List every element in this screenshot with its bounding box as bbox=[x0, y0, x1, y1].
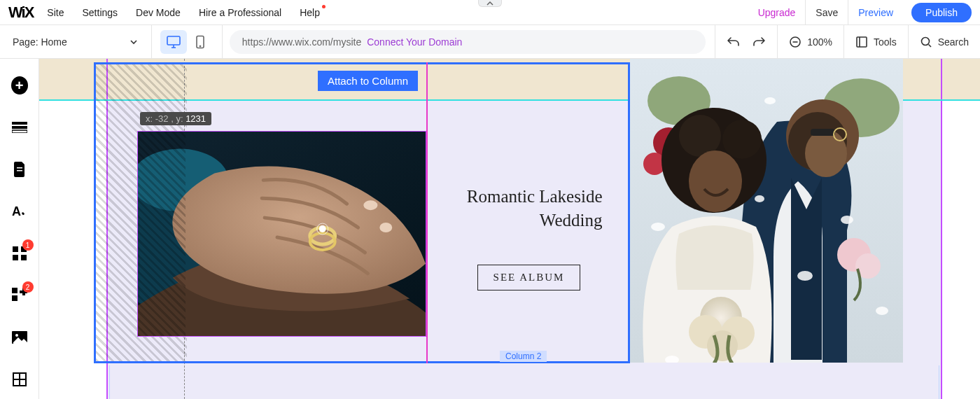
svg-point-53 bbox=[319, 225, 326, 232]
left-tool-rail: + A 1 2 bbox=[0, 59, 39, 399]
plus-icon: + bbox=[11, 76, 28, 94]
menu-site[interactable]: Site bbox=[47, 7, 64, 18]
connect-domain-link[interactable]: Connect Your Domain bbox=[367, 36, 462, 48]
svg-point-2 bbox=[200, 46, 201, 47]
svg-text:A: A bbox=[12, 204, 21, 218]
hero-photo-right[interactable] bbox=[630, 59, 903, 363]
svg-rect-6 bbox=[12, 122, 27, 125]
zoom-control[interactable]: 100% bbox=[777, 25, 844, 59]
chevron-up-icon bbox=[486, 1, 493, 6]
site-url: https://www.wix.com/mysite bbox=[242, 36, 361, 48]
tools-icon bbox=[855, 36, 868, 48]
svg-point-5 bbox=[921, 37, 929, 45]
save-button[interactable]: Save bbox=[805, 0, 848, 25]
menu-help[interactable]: Help bbox=[300, 7, 320, 18]
svg-rect-16 bbox=[12, 288, 18, 293]
device-switcher bbox=[152, 30, 222, 54]
svg-rect-14 bbox=[13, 255, 18, 260]
undo-icon bbox=[727, 36, 741, 48]
apps-badge: 1 bbox=[22, 239, 34, 251]
search-icon bbox=[920, 36, 932, 48]
svg-rect-0 bbox=[167, 36, 180, 45]
coord-x-value: -32 bbox=[155, 113, 169, 124]
svg-point-28 bbox=[805, 130, 847, 177]
sections-button[interactable] bbox=[11, 119, 28, 136]
grid-icon bbox=[13, 372, 27, 386]
svg-rect-12 bbox=[13, 246, 18, 252]
coord-y-label: , y: bbox=[171, 113, 183, 124]
svg-point-40 bbox=[707, 330, 738, 361]
search-label: Search bbox=[938, 36, 969, 48]
svg-point-35 bbox=[722, 120, 762, 159]
page-guide-right bbox=[941, 59, 942, 399]
couple-photo bbox=[630, 59, 903, 363]
svg-point-46 bbox=[876, 307, 888, 315]
mobile-view-button[interactable] bbox=[187, 30, 214, 54]
svg-rect-29 bbox=[811, 129, 835, 136]
coord-y-value: 1231 bbox=[186, 113, 206, 124]
coord-x-label: x: bbox=[146, 113, 153, 124]
theme-icon: A bbox=[12, 204, 27, 219]
plugins-badge: 2 bbox=[22, 281, 34, 293]
svg-rect-8 bbox=[12, 130, 27, 133]
image-icon bbox=[12, 331, 27, 344]
snap-guide-vertical bbox=[426, 62, 428, 363]
media-overflow-hatch bbox=[138, 132, 186, 336]
url-bar[interactable]: https://www.wix.com/mysite Connect Your … bbox=[230, 30, 706, 54]
redo-button[interactable] bbox=[752, 25, 777, 59]
upgrade-link[interactable]: Upgrade bbox=[748, 0, 806, 25]
svg-rect-7 bbox=[12, 126, 27, 129]
svg-rect-9 bbox=[17, 167, 22, 169]
wix-logo[interactable]: WiX bbox=[8, 4, 33, 22]
layers-button[interactable] bbox=[11, 371, 28, 388]
publish-button[interactable]: Publish bbox=[911, 3, 972, 22]
svg-point-41 bbox=[651, 223, 665, 231]
attach-to-column-button[interactable]: Attach to Column bbox=[318, 71, 418, 91]
pages-button[interactable] bbox=[11, 161, 28, 178]
tools-button[interactable]: Tools bbox=[844, 25, 908, 59]
svg-point-42 bbox=[764, 97, 776, 104]
preview-button[interactable]: Preview bbox=[848, 0, 903, 25]
desktop-view-button[interactable] bbox=[160, 30, 187, 54]
my-business-button[interactable]: 2 bbox=[11, 287, 28, 304]
svg-point-43 bbox=[841, 216, 853, 224]
svg-rect-10 bbox=[17, 170, 22, 172]
add-element-button[interactable]: + bbox=[11, 77, 28, 94]
undo-button[interactable] bbox=[715, 25, 752, 59]
section-icon bbox=[12, 122, 27, 133]
next-section-outline bbox=[109, 365, 939, 399]
menu-hire-pro[interactable]: Hire a Professional bbox=[199, 7, 281, 18]
svg-point-56 bbox=[379, 223, 392, 232]
svg-point-55 bbox=[363, 200, 377, 210]
theme-button[interactable]: A bbox=[11, 203, 28, 220]
svg-point-44 bbox=[797, 271, 813, 281]
svg-point-34 bbox=[679, 115, 721, 157]
app-market-button[interactable]: 1 bbox=[11, 245, 28, 262]
position-tooltip: x: -32 , y: 1231 bbox=[140, 112, 211, 125]
menu-dev-mode[interactable]: Dev Mode bbox=[136, 7, 181, 18]
svg-rect-15 bbox=[21, 255, 27, 260]
zoom-value: 100% bbox=[807, 36, 832, 48]
zoom-out-icon bbox=[789, 36, 802, 48]
svg-point-36 bbox=[689, 150, 742, 212]
search-button[interactable]: Search bbox=[908, 25, 980, 59]
mobile-icon bbox=[195, 35, 205, 49]
desktop-icon bbox=[166, 35, 181, 49]
editor-canvas[interactable]: Romantic Lakeside Wedding SEE ALBUM bbox=[39, 59, 980, 399]
chevron-down-icon bbox=[129, 37, 139, 47]
column-label[interactable]: Column 2 bbox=[500, 351, 547, 362]
page-selector-label: Page: Home bbox=[13, 36, 67, 48]
svg-point-19 bbox=[15, 334, 18, 337]
svg-point-47 bbox=[755, 195, 764, 202]
page-selector[interactable]: Page: Home bbox=[13, 36, 151, 48]
main-menu: Site Settings Dev Mode Hire a Profession… bbox=[47, 7, 320, 18]
svg-rect-17 bbox=[12, 295, 18, 301]
page-icon bbox=[13, 162, 26, 177]
media-button[interactable] bbox=[11, 329, 28, 346]
menu-settings[interactable]: Settings bbox=[82, 7, 118, 18]
dragged-media-element[interactable] bbox=[137, 131, 426, 337]
svg-rect-4 bbox=[857, 37, 867, 47]
topbar-collapse-handle[interactable] bbox=[478, 0, 502, 7]
tools-label: Tools bbox=[874, 36, 897, 48]
divider bbox=[222, 25, 223, 59]
